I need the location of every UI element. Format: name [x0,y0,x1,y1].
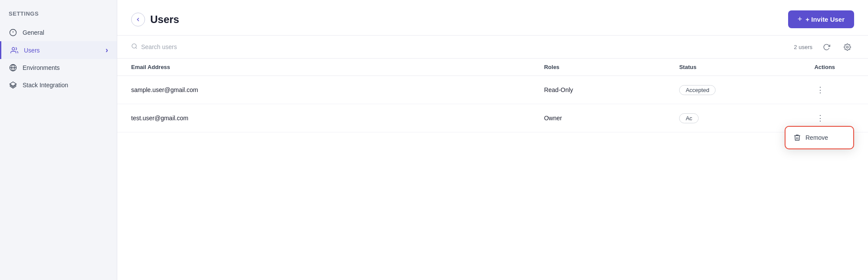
search-input[interactable] [141,43,228,50]
sidebar-item-stack-integration[interactable]: Stack Integration [0,76,117,94]
back-button[interactable] [131,13,145,26]
more-actions-button-1[interactable]: ⋮ [814,84,826,96]
title-area: Users [131,13,179,26]
toolbar-right: 2 users [794,40,854,54]
search-icon [131,43,138,51]
sidebar-item-users[interactable]: Users › [0,41,117,59]
table-row: sample.user@gmail.com Read-Only Accepted… [117,76,868,104]
remove-label: Remove [805,134,828,141]
main-content: Users + + Invite User 2 users [117,0,868,280]
sidebar-item-environments[interactable]: Environments [0,59,117,76]
user-count: 2 users [794,44,812,50]
table-row: test.user@gmail.com Owner Ac ⋮ [117,104,868,132]
col-header-status: Status [665,59,800,76]
remove-menu-item[interactable]: Remove [785,129,853,146]
sidebar: Settings General Users › [0,0,117,280]
users-table: Email Address Roles Status Actions sampl… [117,59,868,132]
col-header-roles: Roles [530,59,665,76]
table-header-row: Email Address Roles Status Actions [117,59,868,76]
svg-line-9 [135,47,137,49]
user-email-1: sample.user@gmail.com [117,76,530,104]
user-status-1: Accepted [665,76,800,104]
settings-button[interactable] [840,40,854,54]
refresh-button[interactable] [819,40,833,54]
invite-user-button[interactable]: + + Invite User [788,10,854,28]
actions-dropdown: Remove [785,126,854,149]
sidebar-item-general[interactable]: General [0,24,117,41]
svg-point-10 [846,46,848,48]
sidebar-item-label-environments: Environments [23,64,60,71]
user-status-2: Ac [665,104,800,132]
layers-icon [9,81,17,89]
user-role-1: Read-Only [530,76,665,104]
svg-point-3 [12,47,15,50]
more-actions-button-2[interactable]: ⋮ [814,112,826,124]
page-title: Users [150,13,179,26]
sidebar-item-label-general: General [23,29,44,36]
invite-btn-label: + Invite User [805,16,845,23]
sidebar-item-label-users: Users [24,47,40,54]
status-badge-1: Accepted [679,85,716,95]
col-header-email: Email Address [117,59,530,76]
main-header: Users + + Invite User [117,0,868,35]
users-icon [10,46,19,55]
user-email-2: test.user@gmail.com [117,104,530,132]
sidebar-item-label-stack-integration: Stack Integration [23,82,68,89]
svg-point-8 [132,44,136,48]
status-badge-2: Ac [679,113,699,123]
col-header-actions: Actions [800,59,868,76]
sidebar-title: Settings [0,10,117,24]
search-area [131,43,228,51]
globe-icon [9,63,17,72]
toolbar: 2 users [117,35,868,59]
user-actions-1: ⋮ [800,76,868,104]
users-table-container: Email Address Roles Status Actions sampl… [117,59,868,280]
chevron-right-icon: › [106,46,108,55]
info-circle-icon [9,28,17,37]
user-actions-2: ⋮ Remove [800,104,868,132]
user-role-2: Owner [530,104,665,132]
trash-icon [793,134,801,142]
plus-icon: + [798,15,802,24]
